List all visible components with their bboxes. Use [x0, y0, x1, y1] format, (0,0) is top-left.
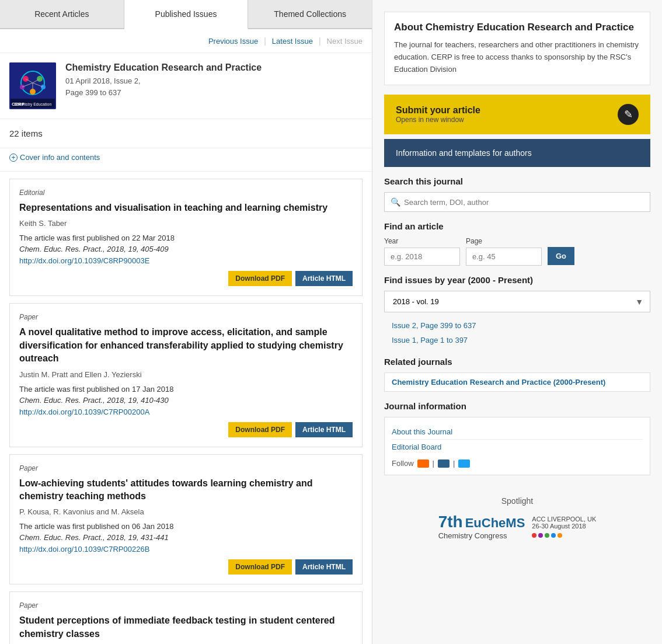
search-icon: 🔍 [391, 197, 400, 207]
svg-text:Chemistry Education: Chemistry Education [14, 102, 52, 107]
about-title: About Chemistry Education Research and P… [394, 22, 640, 33]
cover-toggle-label: Cover info and contents [20, 153, 100, 162]
dot-blue [551, 533, 556, 538]
find-article-section: Find an article Year Page Go [384, 221, 650, 266]
citation-text: Chem. Educ. Res. Pract., 2018, 19, 410-4… [19, 396, 169, 405]
sep2: | [319, 36, 321, 46]
page-field-group: Page [466, 237, 542, 266]
spotlight-section: Spotlight 7th EuCheMS Chemistry Congress… [384, 485, 650, 552]
tab-published[interactable]: Published Issues [124, 0, 249, 29]
article-published: The article was first published on 17 Ja… [19, 385, 353, 394]
go-button[interactable]: Go [548, 247, 574, 265]
article-type: Editorial [19, 189, 353, 197]
article-citation: Chem. Educ. Res. Pract., 2018, 19, 405-4… [19, 245, 353, 253]
sep-follow1: | [433, 459, 434, 468]
euchems-detail1: ACC LIVERPOOL, UK [532, 516, 596, 523]
search-title: Search this journal [384, 176, 650, 186]
dot-green [545, 533, 549, 538]
next-issue-link[interactable]: Next Issue [327, 37, 363, 46]
search-journal-section: Search this journal 🔍 [384, 176, 650, 212]
journal-info-section: Journal information About this Journal E… [384, 401, 650, 475]
pencil-icon: ✎ [618, 104, 639, 125]
article-authors: Keith S. Taber [19, 219, 353, 228]
table-row: Paper Student perceptions of immediate f… [9, 591, 363, 644]
article-doi-link[interactable]: http://dx.doi.org/10.1039/C8RP90003E [19, 256, 149, 265]
rss-icon[interactable] [417, 459, 429, 468]
search-input[interactable] [404, 198, 644, 207]
twitter-icon[interactable] [458, 459, 470, 468]
euchems-subtitle: Chemistry Congress [438, 531, 525, 540]
right-panel: About Chemistry Education Research and P… [372, 0, 662, 644]
euchems-dots [532, 533, 596, 538]
find-article-title: Find an article [384, 221, 650, 231]
year-input[interactable] [384, 248, 460, 266]
article-authors: P. Kousa, R. Kavonius and M. Aksela [19, 507, 353, 516]
article-title: Student perceptions of immediate feedbac… [19, 614, 353, 640]
page-input[interactable] [466, 248, 542, 266]
issue-info: Chemistry Education Research and Practic… [65, 62, 262, 98]
find-year-section: Find issues by year (2000 - Present) 201… [384, 275, 650, 347]
latest-issue-link[interactable]: Latest Issue [272, 37, 313, 46]
article-published: The article was first published on 22 Ma… [19, 234, 353, 242]
cover-info-link[interactable]: + Cover info and contents [9, 153, 363, 162]
previous-issue-link[interactable]: Previous Issue [208, 37, 258, 46]
article-doi-link[interactable]: http://dx.doi.org/10.1039/C7RP00200A [19, 408, 149, 416]
article-citation: Chem. Educ. Res. Pract., 2018, 19, 410-4… [19, 396, 353, 405]
article-html-button[interactable]: Article HTML [295, 271, 353, 286]
download-pdf-button[interactable]: Download PDF [228, 271, 292, 286]
dot-orange [558, 533, 562, 538]
table-row: Editorial Representations and visualisat… [9, 179, 363, 296]
spotlight-label: Spotlight [396, 496, 639, 506]
tabs-bar: Recent Articles Published Issues Themed … [0, 0, 372, 29]
euchems-left: 7th EuCheMS Chemistry Congress [438, 513, 525, 540]
info-templates-button[interactable]: Information and templates for authors [384, 139, 650, 167]
euchems-banner: 7th EuCheMS Chemistry Congress ACC LIVER… [396, 513, 639, 540]
table-row: Paper Low-achieving students' attitudes … [9, 454, 363, 585]
year-label: Year [384, 237, 460, 245]
year-select[interactable]: 2018 - vol. 19 [384, 291, 650, 312]
submit-article-button[interactable]: Submit your article Opens in new window … [384, 95, 650, 134]
article-actions: Download PDF Article HTML [19, 422, 353, 437]
email-icon[interactable] [438, 459, 450, 468]
issue-navigation: Previous Issue | Latest Issue | Next Iss… [0, 29, 372, 53]
tab-recent[interactable]: Recent Articles [0, 0, 124, 28]
article-html-button[interactable]: Article HTML [295, 559, 353, 575]
download-pdf-button[interactable]: Download PDF [228, 422, 292, 437]
article-html-button[interactable]: Article HTML [295, 422, 353, 437]
related-journals-section: Related journals Chemistry Education Res… [384, 357, 650, 392]
sep-follow2: | [453, 459, 455, 468]
issue-link-2[interactable]: Issue 1, Page 1 to 397 [384, 333, 650, 347]
find-year-title: Find issues by year (2000 - Present) [384, 275, 650, 285]
sep1: | [264, 36, 266, 46]
tab-themed[interactable]: Themed Collections [248, 0, 372, 28]
issue-header: Chemistry Education Chemistry Education … [0, 53, 372, 119]
submit-btn-text: Submit your article Opens in new window [396, 105, 480, 124]
related-journal-link[interactable]: Chemistry Education Research and Practic… [384, 373, 650, 392]
euchems-name: EuCheMS [465, 516, 525, 531]
download-pdf-button[interactable]: Download PDF [228, 559, 292, 575]
euchems-number: 7th [438, 513, 463, 531]
editorial-board-link[interactable]: Editorial Board [392, 440, 643, 454]
issue-date: 01 April 2018, Issue 2, [65, 75, 262, 87]
page-label: Page [466, 237, 542, 245]
issue-link-1[interactable]: Issue 2, Page 399 to 637 [384, 318, 650, 333]
search-box: 🔍 [384, 192, 650, 212]
submit-sub: Opens in new window [396, 116, 480, 124]
article-doi-link[interactable]: http://dx.doi.org/10.1039/C7RP00226B [19, 545, 149, 554]
article-actions: Download PDF Article HTML [19, 271, 353, 286]
article-title: A novel qualitative method to improve ac… [19, 326, 353, 365]
euchems-detail2: 26-30 August 2018 [532, 523, 596, 530]
euchems-right: ACC LIVERPOOL, UK 26-30 August 2018 [532, 516, 596, 538]
submit-title: Submit your article [396, 105, 480, 116]
about-journal-link[interactable]: About this Journal [392, 424, 643, 440]
citation-text: Chem. Educ. Res. Pract., 2018, 19, 405-4… [19, 245, 169, 253]
table-row: Paper A novel qualitative method to impr… [9, 303, 363, 447]
follow-row: Follow | | [392, 454, 643, 468]
journal-info-title: Journal information [384, 401, 650, 411]
article-type: Paper [19, 313, 353, 321]
year-field-group: Year [384, 237, 460, 266]
issue-pages: Page 399 to 637 [65, 87, 262, 99]
dot-red [532, 533, 536, 538]
article-type: Paper [19, 601, 353, 610]
follow-label: Follow [392, 459, 414, 468]
